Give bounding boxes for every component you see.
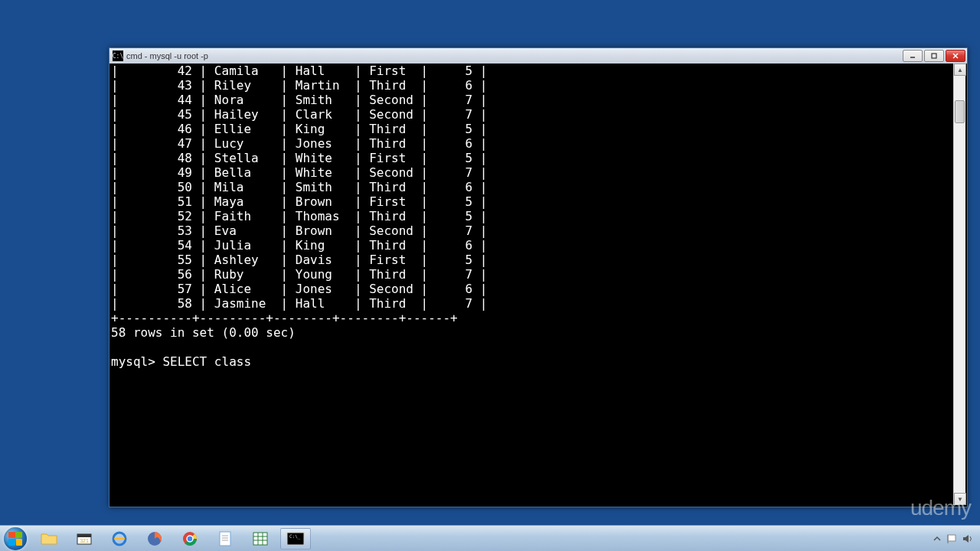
udemy-watermark: udemy xyxy=(910,496,971,520)
clapperboard-icon: 321 xyxy=(75,531,93,546)
taskbar-items: 321 C:\_ xyxy=(31,528,314,549)
svg-rect-17 xyxy=(253,533,267,545)
svg-rect-13 xyxy=(220,532,230,546)
svg-rect-5 xyxy=(77,534,91,537)
scroll-up-arrow[interactable]: ▲ xyxy=(954,64,966,76)
tray-flag-icon[interactable] xyxy=(946,533,957,544)
system-tray[interactable] xyxy=(933,533,980,544)
cmd-icon: C:\ xyxy=(113,51,123,61)
scroll-thumb[interactable] xyxy=(955,100,965,123)
taskbar-internet-explorer[interactable] xyxy=(104,528,135,549)
cmd-icon: C:\_ xyxy=(286,532,305,546)
svg-point-12 xyxy=(187,536,193,542)
svg-text:C:\_: C:\_ xyxy=(289,533,301,540)
window-controls xyxy=(903,50,965,62)
taskbar-excel[interactable] xyxy=(245,528,276,549)
tray-volume-icon[interactable] xyxy=(962,533,974,544)
chrome-icon xyxy=(181,530,198,547)
close-button[interactable] xyxy=(946,50,965,62)
taskbar-cmd[interactable]: C:\_ xyxy=(280,528,311,549)
taskbar-media-player[interactable]: 321 xyxy=(69,528,100,549)
taskbar-notepad[interactable] xyxy=(210,528,240,549)
notepad-icon xyxy=(217,530,233,547)
firefox-icon xyxy=(146,530,163,547)
start-button[interactable] xyxy=(0,526,31,552)
titlebar[interactable]: C:\ cmd - mysql -u root -p xyxy=(109,48,967,64)
svg-rect-1 xyxy=(932,54,936,58)
minimize-button[interactable] xyxy=(903,50,923,62)
taskbar-explorer[interactable] xyxy=(34,528,64,549)
tray-show-hidden-icon[interactable] xyxy=(933,534,942,543)
windows-logo-icon xyxy=(4,527,27,550)
terminal-body[interactable]: | 42 | Camila | Hall | First | 5 | | 43 … xyxy=(111,64,965,505)
terminal-content[interactable]: | 42 | Camila | Hall | First | 5 | | 43 … xyxy=(111,64,965,505)
taskbar-firefox[interactable] xyxy=(139,528,170,549)
svg-rect-24 xyxy=(948,535,956,541)
spreadsheet-icon xyxy=(252,530,269,547)
taskbar-chrome[interactable] xyxy=(175,528,205,549)
ie-icon xyxy=(111,530,128,547)
vertical-scrollbar[interactable]: ▲ ▼ xyxy=(953,64,965,505)
svg-text:321: 321 xyxy=(80,538,89,543)
window-title: cmd - mysql -u root -p xyxy=(126,51,903,60)
taskbar[interactable]: 321 C:\_ xyxy=(0,525,980,551)
folder-icon xyxy=(40,531,58,546)
maximize-button[interactable] xyxy=(924,50,944,62)
command-prompt-window: C:\ cmd - mysql -u root -p | 42 | Camila… xyxy=(109,47,968,507)
